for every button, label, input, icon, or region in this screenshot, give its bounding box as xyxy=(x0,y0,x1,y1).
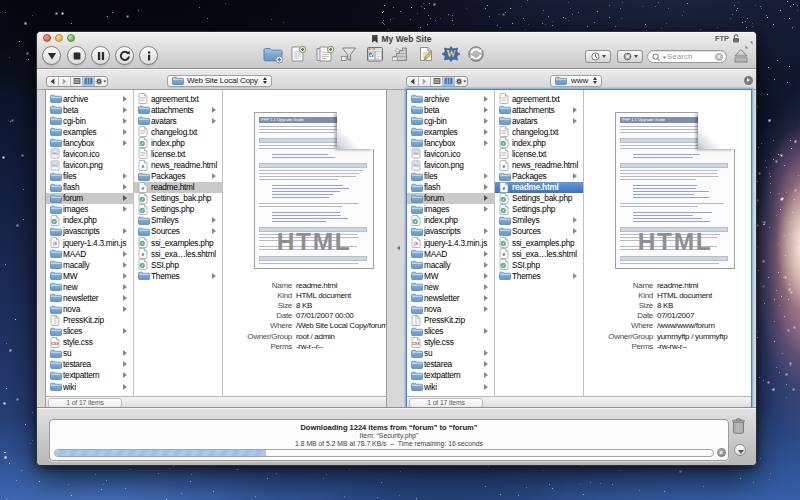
svg-text:e: e xyxy=(503,163,506,169)
svg-text:js: js xyxy=(413,241,418,246)
svg-text:e: e xyxy=(503,252,506,258)
svg-text:e: e xyxy=(503,185,506,191)
svg-text:e: e xyxy=(142,252,145,258)
svg-text:js: js xyxy=(52,241,57,246)
svg-text:e: e xyxy=(142,163,145,169)
svg-text:e: e xyxy=(142,185,145,191)
svg-text:css: css xyxy=(51,341,59,346)
svg-text:W: W xyxy=(446,49,456,59)
svg-text:css: css xyxy=(412,341,420,346)
